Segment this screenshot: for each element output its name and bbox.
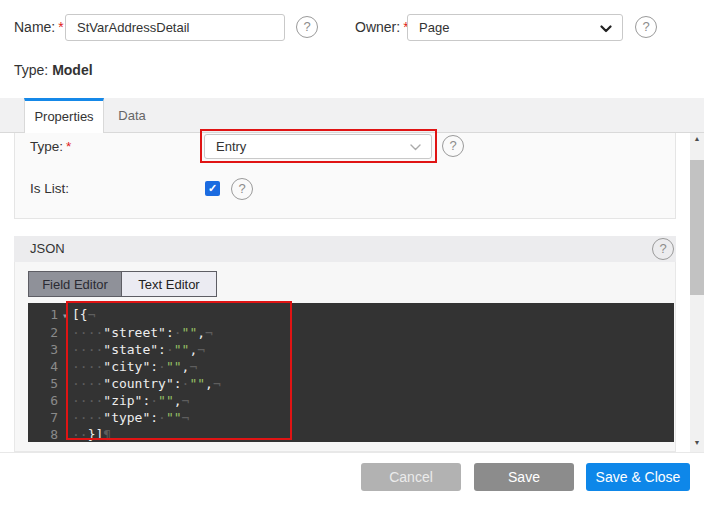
type-model-value: Model [52,62,92,78]
scrollbar-thumb[interactable] [690,160,704,295]
name-label: Name:* [14,14,64,41]
variable-editor-dialog: Name:* ? Owner:* Page ? Type: Model Prop… [0,0,704,511]
owner-help-icon[interactable]: ? [635,16,657,38]
vertical-scrollbar[interactable]: ▲ ▼ [690,133,704,452]
type-help-icon[interactable]: ? [442,135,464,157]
code-line: 2····"street":·"",¬ [28,324,674,341]
is-list-help-icon[interactable]: ? [231,178,253,200]
json-code-editor[interactable]: 1▾[{¬ 2····"street":·"",¬ 3····"state":·… [28,303,674,442]
name-help-icon[interactable]: ? [296,16,318,38]
tab-data[interactable]: Data [104,98,160,133]
owner-select[interactable]: Page [407,14,623,41]
type-model-text: Type: Model [14,62,93,78]
code-line: 3····"state":·"",¬ [28,341,674,358]
json-section-title: JSON [30,241,65,256]
save-and-close-button[interactable]: Save & Close [586,463,690,491]
name-input[interactable] [65,14,285,41]
chevron-down-icon [600,25,612,33]
scroll-down-icon[interactable]: ▼ [690,437,704,449]
type-select[interactable]: Entry [204,134,432,159]
code-line: 8··}]¶ [28,426,674,442]
json-section-header: JSON [14,236,676,262]
is-list-label: Is List: [30,181,69,196]
type-field-label: Type:* [30,139,71,154]
content-bottom-divider [0,452,704,453]
text-editor-button[interactable]: Text Editor [122,272,216,296]
scroll-up-icon[interactable]: ▲ [690,133,704,145]
field-editor-button[interactable]: Field Editor [29,272,122,296]
code-line: 4····"city":·"",¬ [28,358,674,375]
code-line: 1▾[{¬ [28,306,674,324]
fold-arrow-icon[interactable]: ▾ [58,307,72,324]
code-line: 7····"type":·""¬ [28,409,674,426]
required-asterisk: * [58,19,63,35]
type-select-value: Entry [216,139,246,154]
is-list-checkbox[interactable]: ✓ [205,181,220,196]
owner-select-value: Page [419,20,449,35]
save-button[interactable]: Save [474,463,574,491]
json-help-icon[interactable]: ? [652,238,674,260]
cancel-button[interactable]: Cancel [361,463,461,491]
code-line: 5····"country":·"",¬ [28,375,674,392]
editor-mode-toggle: Field Editor Text Editor [28,271,217,297]
tab-bar: Properties Data [0,98,704,133]
chevron-down-icon [410,144,421,151]
owner-label: Owner:* [355,14,409,41]
code-line: 6····"zip":·"",¬ [28,392,674,409]
tab-properties[interactable]: Properties [24,98,104,133]
